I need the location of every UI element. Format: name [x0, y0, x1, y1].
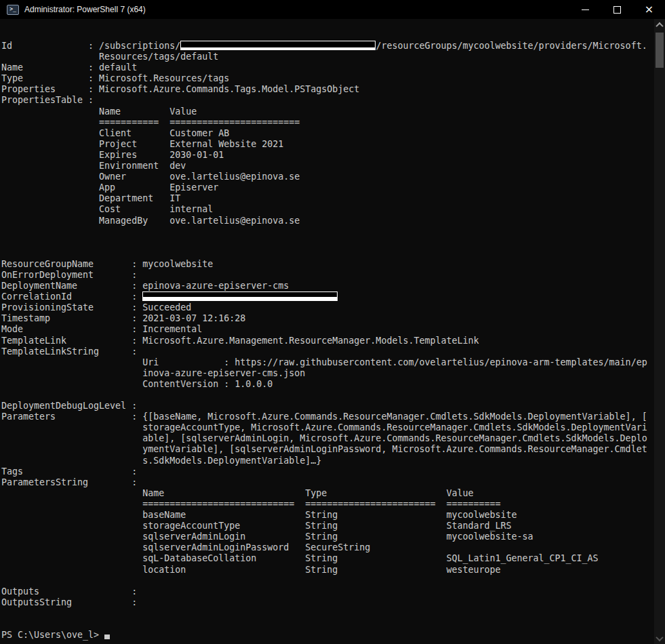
terminal-line: ResourceGroupName : mycoolwebsite: [1, 259, 654, 270]
terminal-line: OutputsString :: [1, 597, 654, 608]
terminal-line: Environment dev: [1, 161, 654, 172]
terminal-line: Mode : Incremental: [1, 324, 654, 335]
terminal-line: Tags :: [1, 466, 654, 477]
terminal-line: Owner ove.lartelius@epinova.se: [1, 172, 654, 182]
terminal-line: Timestamp : 2021-03-07 12:16:28: [1, 313, 654, 324]
terminal-line: [1, 248, 654, 259]
chevron-up-icon: [656, 22, 663, 29]
powershell-icon: >_: [7, 5, 19, 15]
terminal-line: TemplateLinkString :: [1, 346, 654, 357]
terminal-line: [1, 619, 654, 630]
terminal-line: Uri : https://raw.githubusercontent.com/…: [1, 357, 654, 368]
terminal-cursor: [104, 635, 110, 639]
terminal-line: Outputs :: [1, 586, 654, 597]
terminal-line: Properties : Microsoft.Azure.Commands.Ta…: [1, 84, 654, 95]
terminal-line: PropertiesTable :: [1, 95, 654, 106]
terminal-line: DeploymentDebugLogLevel :: [1, 401, 654, 411]
close-button[interactable]: ×: [633, 0, 665, 19]
window-controls: ×: [569, 0, 665, 19]
close-icon: ×: [645, 4, 653, 15]
scrollbar[interactable]: [654, 19, 665, 644]
terminal-line: PS C:\Users\ove_l>: [1, 630, 654, 641]
terminal-line: sqL-DatabaseCollation String SQL_Latin1_…: [1, 553, 654, 564]
chevron-down-icon: [656, 633, 663, 641]
redaction-box: [142, 291, 338, 301]
terminal-line: ymentVariable], [sqlserverAdminLoginPass…: [1, 444, 654, 455]
terminal-line: Name Type Value: [1, 488, 654, 499]
terminal-line: ProvisioningState : Succeeded: [1, 302, 654, 313]
terminal-line: Id : /subscriptions//resourceGroups/myco…: [1, 41, 654, 52]
scroll-down-button[interactable]: [654, 632, 665, 644]
terminal-line: Parameters : {[baseName, Microsoft.Azure…: [1, 411, 654, 422]
terminal-line: Type : Microsoft.Resources/tags: [1, 73, 654, 84]
terminal-line: CorrelationId :: [1, 291, 654, 302]
terminal-line: [1, 608, 654, 619]
terminal-line: Name : default: [1, 62, 654, 73]
terminal-line: [1, 237, 654, 248]
maximize-button[interactable]: [601, 0, 633, 19]
minimize-button[interactable]: [569, 0, 601, 19]
scrollbar-thumb[interactable]: [656, 33, 664, 68]
terminal-line: inova-azure-episerver-cms.json: [1, 368, 654, 379]
window-title: Administrator: PowerShell 7 (x64): [24, 5, 146, 14]
terminal-line: baseName String mycoolwebsite: [1, 510, 654, 521]
terminal-line: storageAccountType String Standard_LRS: [1, 521, 654, 531]
terminal-line: =========== ========================: [1, 117, 654, 128]
terminal-line: [1, 390, 654, 401]
terminal-line: ============================ ===========…: [1, 499, 654, 510]
redaction-box: [180, 41, 376, 50]
terminal-line: Name Value: [1, 106, 654, 117]
terminal-line: Cost internal: [1, 204, 654, 215]
maximize-icon: [613, 6, 621, 14]
terminal-line: ParametersString :: [1, 477, 654, 488]
terminal-line: [1, 226, 654, 237]
terminal-line: Department IT: [1, 193, 654, 204]
terminal-line: s.SdkModels.DeploymentVariable]…}: [1, 456, 654, 466]
terminal-line: able], [sqlserverAdminLogin, Microsoft.A…: [1, 433, 654, 444]
terminal-line: Resources/tags/default: [1, 52, 654, 62]
terminal-line: DeploymentName : epinova-azure-episerver…: [1, 281, 654, 291]
terminal-line: App Episerver: [1, 182, 654, 193]
terminal-line: ManagedBy ove.lartelius@epinova.se: [1, 216, 654, 226]
powershell-window: >_ Administrator: PowerShell 7 (x64) × I…: [0, 0, 665, 644]
terminal-output[interactable]: Id : /subscriptions//resourceGroups/myco…: [0, 19, 654, 644]
minimize-icon: [582, 9, 589, 10]
title-bar: >_ Administrator: PowerShell 7 (x64) ×: [0, 0, 665, 19]
terminal-line: Project External Website 2021: [1, 139, 654, 150]
terminal-line: TemplateLink : Microsoft.Azure.Managemen…: [1, 336, 654, 346]
terminal-line: Client Customer AB: [1, 128, 654, 139]
terminal-line: storageAccountType, Microsoft.Azure.Comm…: [1, 422, 654, 433]
terminal-line: ContentVersion : 1.0.0.0: [1, 379, 654, 390]
terminal-line: location String westeurope: [1, 565, 654, 576]
terminal-line: OnErrorDeployment :: [1, 270, 654, 281]
scroll-up-button[interactable]: [654, 19, 665, 31]
terminal-line: sqlserverAdminLoginPassword SecureString: [1, 542, 654, 553]
terminal-line: sqlserverAdminLogin String mycoolwebsite…: [1, 531, 654, 542]
terminal-line: [1, 576, 654, 586]
terminal-line: Expires 2030-01-01: [1, 150, 654, 161]
